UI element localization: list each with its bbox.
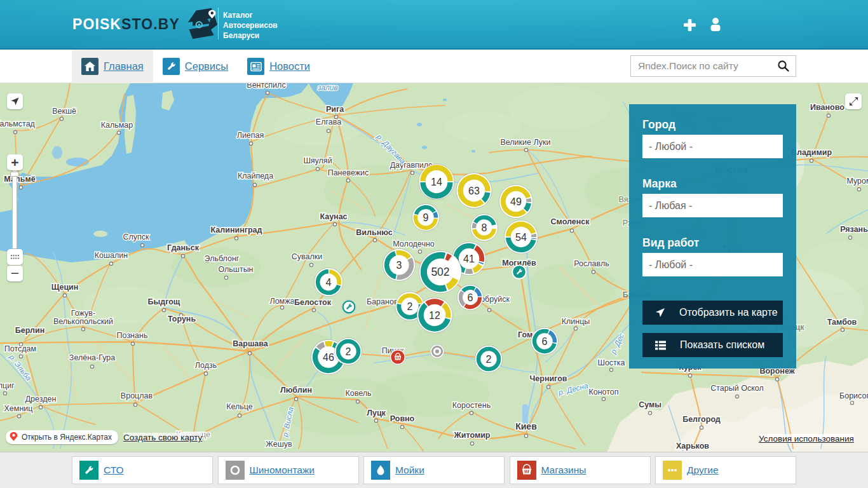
svg-text:залив: залив (317, 83, 338, 92)
svg-text:Лиепая: Лиепая (237, 131, 264, 140)
svg-text:Клайпеда: Клайпеда (238, 172, 273, 180)
svg-text:Владимир: Владимир (791, 148, 832, 157)
svg-text:Щецин: Щецин (51, 283, 79, 292)
svg-text:12: 12 (429, 310, 440, 321)
svg-text:Хальмстад: Хальмстад (0, 119, 36, 128)
svg-text:Гожув-: Гожув- (71, 309, 95, 318)
svg-text:Великие Луки: Великие Луки (500, 138, 550, 147)
svg-text:54: 54 (515, 232, 527, 243)
svg-text:Ломжа: Ломжа (269, 297, 294, 306)
svg-text:3: 3 (397, 260, 402, 271)
svg-text:пциг: пциг (0, 381, 15, 390)
svg-text:Каунас: Каунас (320, 212, 347, 221)
svg-text:Шяуляй: Шяуляй (303, 156, 332, 165)
svg-text:49: 49 (510, 196, 522, 207)
svg-text:Вильнюс: Вильнюс (356, 228, 392, 237)
svg-text:6: 6 (468, 292, 473, 303)
svg-text:Мальмё: Мальмё (4, 175, 35, 184)
svg-text:Коростень: Коростень (452, 401, 491, 410)
svg-text:Сувалки: Сувалки (292, 252, 322, 261)
svg-text:Конотоп: Конотоп (588, 388, 618, 396)
svg-text:Тамбов: Тамбов (827, 318, 857, 327)
svg-text:Торунь: Торунь (168, 315, 196, 323)
svg-text:Вентспилс: Вентспилс (247, 83, 285, 90)
svg-text:41: 41 (463, 254, 475, 264)
svg-text:Потсдам: Потсдам (4, 344, 36, 353)
svg-text:Белосток: Белосток (294, 298, 332, 307)
svg-text:Зелёна-Гура: Зелёна-Гура (69, 353, 115, 362)
svg-text:46: 46 (323, 352, 334, 363)
svg-text:502: 502 (431, 266, 449, 278)
svg-text:Вроцлав: Вроцлав (121, 391, 153, 400)
svg-text:Хемниц: Хемниц (4, 404, 33, 413)
svg-text:Паневежис: Паневежис (328, 168, 369, 177)
svg-text:Смоленск: Смоленск (551, 217, 590, 226)
svg-text:Берлин: Берлин (15, 326, 44, 335)
svg-text:Чернигов: Чернигов (530, 374, 567, 383)
svg-text:2: 2 (486, 354, 492, 365)
svg-text:Белгород: Белгород (682, 415, 721, 424)
svg-text:Ковель: Ковель (345, 389, 371, 398)
svg-text:Елгава: Елгава (316, 118, 341, 126)
svg-text:Кошалин: Кошалин (95, 251, 128, 260)
svg-text:Старый Оскол: Старый Оскол (710, 384, 764, 393)
svg-text:Луцк: Луцк (367, 409, 386, 417)
svg-text:Клинцы: Клинцы (562, 317, 590, 326)
svg-text:Слупск: Слупск (123, 233, 149, 241)
svg-text:Рига: Рига (326, 105, 344, 114)
svg-text:9: 9 (423, 212, 429, 223)
svg-text:Харьков: Харьков (676, 442, 709, 451)
svg-text:8: 8 (482, 222, 487, 233)
svg-text:Векшё: Векшё (52, 107, 76, 116)
svg-text:14: 14 (431, 177, 442, 187)
svg-text:Кальмар: Кальмар (101, 121, 133, 130)
svg-text:Гданьск: Гданьск (167, 243, 200, 252)
svg-text:Жешув: Жешув (266, 440, 292, 449)
svg-text:Быдгощ: Быдгощ (148, 297, 180, 306)
svg-text:Житомир: Житомир (454, 431, 491, 440)
svg-text:Ольштын: Ольштын (218, 265, 253, 274)
svg-text:Дрезден: Дрезден (25, 395, 57, 403)
svg-text:Велькопольский: Велькопольский (53, 317, 113, 326)
svg-text:Рославль: Рославль (574, 259, 609, 268)
svg-text:Лодзь: Лодзь (195, 361, 217, 370)
svg-text:Киев: Киев (515, 421, 537, 431)
svg-text:63: 63 (468, 186, 480, 196)
svg-text:Варшава: Варшава (233, 339, 269, 348)
svg-text:Сумы: Сумы (639, 400, 661, 409)
svg-text:Калининград: Калининград (211, 226, 262, 234)
svg-text:Ровно: Ровно (390, 414, 415, 423)
svg-text:Иваново: Иваново (810, 103, 844, 112)
svg-text:2: 2 (346, 346, 351, 357)
svg-text:Шостка: Шостка (597, 358, 625, 367)
svg-text:Познань: Познань (117, 331, 148, 340)
svg-text:4: 4 (326, 277, 332, 288)
svg-text:Эльблонг: Эльблонг (205, 254, 240, 263)
svg-text:6: 6 (542, 336, 548, 347)
svg-text:Борисогл: Борисогл (839, 391, 868, 400)
svg-text:Молодечно: Молодечно (393, 240, 435, 248)
svg-text:Муром: Муром (846, 177, 868, 186)
svg-text:2: 2 (407, 301, 413, 312)
svg-text:Кельце: Кельце (226, 402, 253, 411)
svg-text:Люблин: Люблин (280, 386, 312, 395)
svg-text:Рязань: Рязань (840, 225, 868, 234)
